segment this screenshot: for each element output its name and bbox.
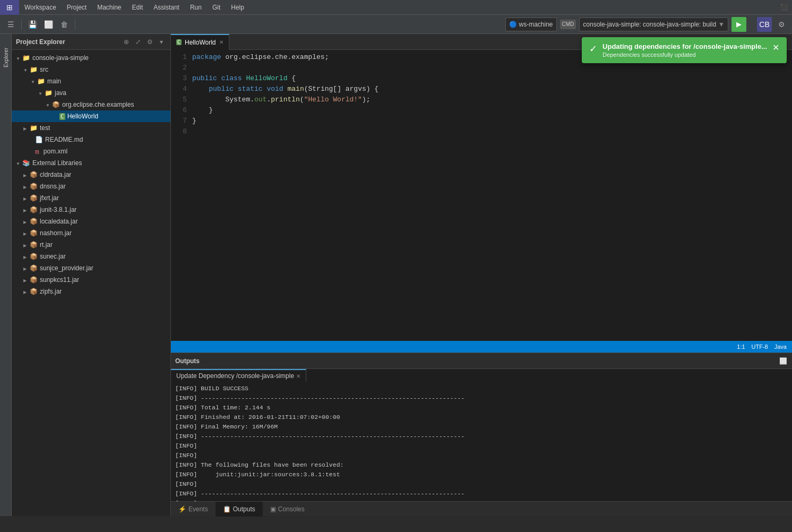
tree-item-sunpkcs11[interactable]: 📦sunpkcs11.jar: [12, 274, 170, 286]
folder-icon-console: 📁: [22, 54, 30, 62]
menu-assistant[interactable]: Assistant: [148, 0, 185, 15]
toolbar-delete-btn[interactable]: 🗑: [58, 18, 71, 31]
menu-edit[interactable]: Edit: [127, 0, 149, 15]
extlibs-icon: 📚: [22, 159, 30, 167]
output-tab-update-dep[interactable]: Update Dependency /console-java-simple ✕: [171, 369, 306, 382]
jar-icon-nashorn: 📦: [30, 229, 38, 237]
tree-item-jfxrt[interactable]: 📦jfxrt.jar: [12, 192, 170, 204]
explorer-link-btn[interactable]: ⤢: [133, 37, 143, 47]
output-content[interactable]: [INFO] BUILD SUCCESS [INFO] ------------…: [171, 382, 792, 501]
menu-bar: ⊞ Workspace Project Machine Edit Assista…: [0, 0, 792, 15]
notification-title: Updating dependencies for /console-java-…: [602, 42, 767, 50]
output-tab-label: Update Dependency /console-java-simple: [176, 372, 294, 380]
tree-label-rt: rt.jar: [40, 241, 53, 248]
folder-icon-test: 📁: [30, 124, 38, 132]
output-header: Outputs ⬜: [171, 353, 792, 369]
tree-item-console-java-simple[interactable]: 📁 console-java-simple: [12, 52, 170, 64]
tree-item-junit[interactable]: 📦junit-3.8.1.jar: [12, 204, 170, 216]
tree-item-helloworld[interactable]: C HelloWorld: [12, 110, 170, 122]
menu-help[interactable]: Help: [226, 0, 249, 15]
notification-close-btn[interactable]: ✕: [772, 42, 779, 53]
tree-label-readme: README.md: [45, 136, 83, 143]
toolbar-copy-btn[interactable]: ⬜: [42, 18, 55, 31]
tree-item-rt[interactable]: 📦rt.jar: [12, 239, 170, 251]
tree-arrow-extlibs: [16, 160, 21, 166]
tree-item-java[interactable]: 📁 java: [12, 87, 170, 99]
tree-arrow-rt: [23, 242, 29, 248]
notification-body: Updating dependencies for /console-java-…: [602, 42, 767, 58]
explorer-gear-btn[interactable]: ⚙: [145, 37, 154, 47]
tab-close-helloworld[interactable]: ✕: [219, 39, 223, 45]
output-maximize-btn[interactable]: ⬜: [778, 356, 788, 366]
tree-label-nashorn: nashorn.jar: [40, 229, 72, 237]
tree-label-package: org.eclipse.che.examples: [62, 101, 134, 108]
folder-icon-src: 📁: [30, 66, 38, 73]
tree-item-cldrdata[interactable]: 📦cldrdata.jar: [12, 169, 170, 181]
menu-run[interactable]: Run: [185, 0, 207, 15]
tree-arrow-junit: [23, 207, 29, 213]
tree-item-sunec[interactable]: 📦sunec.jar: [12, 251, 170, 262]
notification-subtitle: Dependencies successfully updated: [602, 52, 767, 58]
code-line-6: 6 }: [171, 105, 792, 116]
tab-class-icon: C: [176, 39, 182, 45]
tree-label-cldrdata: cldrdata.jar: [40, 171, 71, 178]
consoles-icon: ▣: [270, 505, 276, 513]
bottom-tab-consoles[interactable]: ▣ Consoles: [263, 502, 312, 517]
sidebar-explorer-icon[interactable]: Explorer: [1, 36, 11, 79]
toolbar-sep-1: [21, 19, 22, 30]
tree-label-src: src: [40, 66, 48, 73]
jar-icon-sunjce: 📦: [30, 264, 38, 272]
bottom-tab-outputs[interactable]: 📋 Outputs: [216, 502, 263, 517]
tree-item-main[interactable]: 📁 main: [12, 75, 170, 87]
tree-item-ext-libs[interactable]: 📚 External Libraries: [12, 157, 170, 169]
tree-item-sunjce[interactable]: 📦sunjce_provider.jar: [12, 262, 170, 274]
toolbar-menu-btn[interactable]: ☰: [4, 18, 17, 31]
tree-item-nashorn[interactable]: 📦nashorn.jar: [12, 227, 170, 239]
tab-helloworld[interactable]: C HelloWorld ✕: [171, 34, 229, 50]
tree-arrow-java: [38, 90, 44, 96]
output-line-9: [INFO] The following files have been res…: [175, 460, 788, 470]
tab-helloworld-label: HelloWorld: [185, 39, 216, 46]
output-tab-close[interactable]: ✕: [296, 373, 300, 379]
tree-item-test[interactable]: 📁 test: [12, 122, 170, 134]
tree-item-src[interactable]: 📁 src: [12, 64, 170, 75]
tree-item-dnsns[interactable]: 📦dnsns.jar: [12, 181, 170, 192]
tree-label-extlibs: External Libraries: [32, 159, 82, 167]
tree-item-readme[interactable]: 📄 README.md: [12, 134, 170, 145]
tree-label-jfxrt: jfxrt.jar: [40, 194, 59, 202]
build-selector[interactable]: console-java-simple: console-java-simple…: [579, 18, 728, 31]
explorer-collapse-btn[interactable]: ▾: [157, 37, 166, 47]
toolbar-save-btn[interactable]: 💾: [26, 18, 39, 31]
bottom-tab-events[interactable]: ⚡ Events: [171, 502, 216, 517]
menu-workspace[interactable]: Workspace: [19, 0, 62, 15]
output-line-11: [INFO]: [175, 479, 788, 489]
jar-icon-jfxrt: 📦: [30, 194, 38, 202]
explorer-title: Project Explorer: [16, 38, 65, 46]
tree-item-package[interactable]: 📦 org.eclipse.che.examples: [12, 99, 170, 110]
tree-item-pom[interactable]: m pom.xml: [12, 145, 170, 157]
jar-icon-junit: 📦: [30, 206, 38, 213]
code-line-7: 7 }: [171, 116, 792, 126]
editor-content[interactable]: 1 package org.eclipse.che.examples; 2 3 …: [171, 50, 792, 341]
output-tabs: Update Dependency /console-java-simple ✕: [171, 369, 792, 382]
tree-item-zipfs[interactable]: 📦zipfs.jar: [12, 286, 170, 297]
menu-git[interactable]: Git: [207, 0, 226, 15]
explorer-refresh-btn[interactable]: ⊕: [122, 37, 131, 47]
machine-icon: 🔵: [509, 21, 517, 28]
run-button[interactable]: ▶: [731, 17, 746, 32]
menu-project[interactable]: Project: [62, 0, 92, 15]
tree-item-localedata[interactable]: 📦localedata.jar: [12, 216, 170, 227]
folder-icon-java: 📁: [45, 89, 53, 97]
tree-label-sunpkcs11: sunpkcs11.jar: [40, 276, 79, 284]
tree-arrow-locale: [23, 219, 29, 225]
toolbar-settings-btn[interactable]: ⚙: [775, 18, 788, 31]
toolbar-debug-btn[interactable]: CB: [757, 17, 772, 32]
machine-selector[interactable]: 🔵 ws-machine: [505, 18, 557, 31]
app-logo[interactable]: ⊞: [0, 0, 19, 15]
explorer-action-buttons: ⊕ ⤢ ⚙ ▾: [122, 37, 166, 47]
editor-status-bar: 1:1 UTF-8 Java: [171, 341, 792, 353]
readme-icon: 📄: [35, 136, 43, 143]
menu-machine[interactable]: Machine: [92, 0, 126, 15]
tree-label-zipfs: zipfs.jar: [40, 288, 62, 295]
output-line-6: [INFO] ---------------------------------…: [175, 432, 788, 441]
